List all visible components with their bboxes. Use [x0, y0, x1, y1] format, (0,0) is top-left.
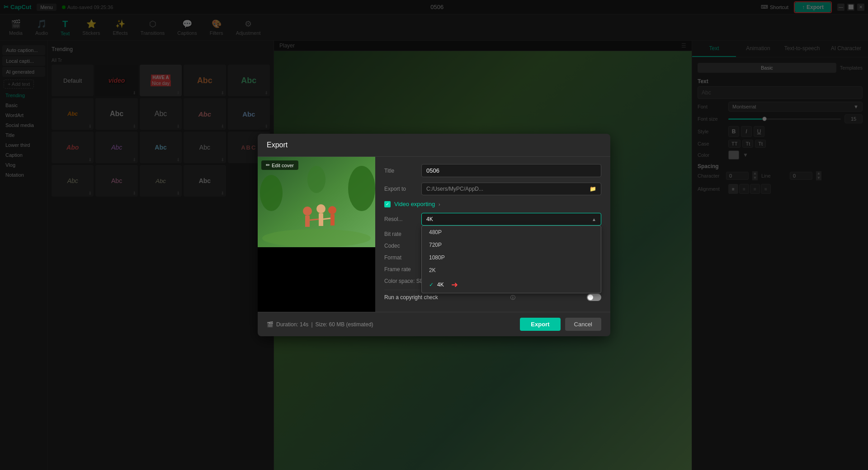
svg-point-2 — [348, 166, 375, 211]
copyright-label: Run a copyright check — [384, 294, 438, 301]
export-path-text: C:/Users/MyPC/AppD... — [426, 186, 483, 192]
copyright-info-icon: ⓘ — [510, 294, 515, 301]
svg-point-4 — [262, 229, 371, 247]
modal-footer: 🎬 Duration: 14s | Size: 60 MB (estimated… — [258, 312, 610, 336]
svg-point-3 — [307, 166, 326, 193]
modal-preview: ✏ Edit cover — [258, 157, 375, 312]
preview-image — [258, 157, 375, 247]
svg-line-11 — [310, 219, 319, 220]
footer-size: Size: 60 MB (estimated) — [316, 321, 373, 328]
resolution-row: Resol... 4K ▲ 480P 720P 1080P 2K ✓ 4K — [384, 213, 601, 226]
resolution-label: Resol... — [384, 216, 416, 222]
video-exporting-label: Video exporting — [394, 201, 435, 207]
option-480p[interactable]: 480P — [422, 226, 601, 239]
resolution-dropdown: 480P 720P 1080P 2K ✓ 4K ➜ — [421, 226, 601, 293]
codec-label: Codec — [384, 243, 416, 249]
edit-cover-button[interactable]: ✏ Edit cover — [261, 160, 298, 170]
export-modal: Export — [258, 134, 610, 336]
svg-rect-10 — [330, 214, 335, 226]
svg-point-9 — [328, 206, 336, 214]
modal-export-button[interactable]: Export — [520, 318, 560, 331]
red-arrow-annotation: ➜ — [451, 280, 458, 290]
modal-title: Export — [258, 134, 610, 157]
resolution-selector[interactable]: 4K ▲ — [421, 213, 601, 226]
option-720p[interactable]: 720P — [422, 239, 601, 251]
modal-body: ✏ Edit cover Title Export to C:/Users/My… — [258, 157, 610, 312]
resolution-dropdown-icon: ▲ — [592, 217, 596, 222]
modal-form: Title Export to C:/Users/MyPC/AppD... 📁 … — [375, 157, 610, 312]
toggle-thumb — [588, 295, 593, 300]
color-space-label: Color space — [384, 278, 413, 284]
svg-rect-6 — [305, 216, 310, 227]
video-icon: 🎬 — [267, 321, 274, 328]
option-1080p[interactable]: 1080P — [422, 251, 601, 264]
title-row: Title — [384, 164, 601, 177]
copyright-toggle[interactable] — [587, 294, 601, 301]
footer-info: 🎬 Duration: 14s | Size: 60 MB (estimated… — [267, 321, 373, 328]
export-path: C:/Users/MyPC/AppD... 📁 — [421, 183, 601, 195]
svg-line-12 — [323, 218, 330, 219]
option-4k-label: 4K — [437, 282, 444, 288]
bitrate-label: Bit rate — [384, 231, 416, 237]
modal-cancel-button[interactable]: Cancel — [565, 318, 601, 331]
video-checkbox[interactable]: ✓ — [384, 201, 391, 207]
footer-buttons: Export Cancel — [520, 318, 601, 331]
folder-icon[interactable]: 📁 — [590, 186, 596, 192]
title-label: Title — [384, 168, 416, 174]
video-exporting-row: ✓ Video exporting › — [384, 201, 601, 207]
svg-point-1 — [260, 175, 283, 211]
svg-rect-8 — [319, 213, 323, 226]
export-to-label: Export to — [384, 186, 416, 192]
footer-duration: Duration: 14s — [276, 321, 308, 328]
svg-point-7 — [316, 204, 326, 213]
resolution-value: 4K — [426, 216, 433, 222]
option-2k[interactable]: 2K — [422, 264, 601, 277]
video-exporting-arrow: › — [439, 202, 440, 207]
edit-icon: ✏ — [266, 162, 270, 168]
option-4k[interactable]: ✓ 4K ➜ — [422, 277, 601, 293]
check-icon: ✓ — [429, 282, 434, 288]
format-label: Format — [384, 254, 416, 261]
export-to-row: Export to C:/Users/MyPC/AppD... 📁 — [384, 183, 601, 195]
footer-separator: | — [311, 321, 312, 328]
title-input[interactable] — [421, 164, 601, 177]
frame-rate-label: Frame rate — [384, 266, 416, 273]
modal-overlay: Export — [0, 0, 868, 470]
edit-cover-label: Edit cover — [272, 163, 294, 168]
checkmark-icon: ✓ — [386, 202, 389, 207]
svg-point-5 — [303, 207, 312, 216]
